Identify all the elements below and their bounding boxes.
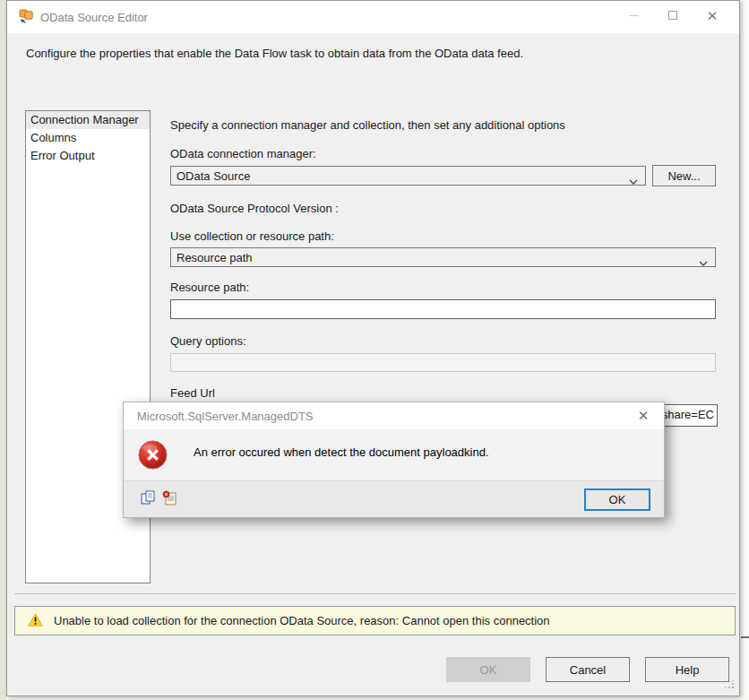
divider <box>14 593 736 594</box>
feed-url-label: Feed Url <box>170 386 215 400</box>
maximize-button[interactable] <box>653 1 693 30</box>
ok-button: OK <box>446 657 530 682</box>
window-title: OData Source Editor <box>40 11 148 24</box>
collection-mode-combobox[interactable]: Resource path <box>170 247 716 267</box>
close-icon: ✕ <box>707 9 719 22</box>
instruction-text: Specify a connection manager and collect… <box>170 118 565 132</box>
minimize-button[interactable] <box>614 1 653 30</box>
dialog-description: Configure the properties that enable the… <box>26 47 523 60</box>
error-message: An error occured when detect the documen… <box>194 445 489 459</box>
error-dialog-close-button[interactable]: ✕ <box>633 408 653 424</box>
error-dialog-ok-label: OK <box>609 493 626 506</box>
error-dialog-ok-button[interactable]: OK <box>584 488 650 511</box>
error-icon <box>137 439 168 473</box>
odata-source-editor-window: OData Source Editor ✕ Configure the prop… <box>6 0 740 696</box>
connection-manager-label: OData connection manager: <box>170 147 316 160</box>
app-icon <box>19 9 33 26</box>
chevron-down-icon <box>699 255 708 269</box>
copy-icon[interactable] <box>141 490 157 506</box>
minimize-icon <box>629 15 639 16</box>
close-button[interactable]: ✕ <box>693 1 732 30</box>
report-error-icon[interactable] <box>162 490 178 506</box>
sidebar-item-error-output[interactable]: Error Output <box>26 147 150 165</box>
new-connection-button[interactable]: New... <box>652 165 716 186</box>
resource-path-label: Resource path: <box>170 281 249 294</box>
sidebar-item-columns[interactable]: Columns <box>26 129 150 147</box>
background-window-edge <box>741 636 749 638</box>
query-options-input <box>170 353 716 372</box>
error-dialog-title: Microsoft.SqlServer.ManagedDTS <box>137 410 314 423</box>
connection-manager-value: OData Source <box>176 169 250 183</box>
collection-mode-value: Resource path <box>176 251 253 264</box>
sidebar-item-connection-manager[interactable]: Connection Manager <box>26 111 150 129</box>
error-dialog-footer: OK <box>124 480 664 517</box>
error-dialog: Microsoft.SqlServer.ManagedDTS ✕ An erro… <box>123 402 665 518</box>
error-dialog-body: An error occured when detect the documen… <box>124 429 664 480</box>
maximize-icon <box>668 11 677 20</box>
cancel-button-label: Cancel <box>570 663 606 677</box>
new-button-label: New... <box>667 169 700 183</box>
chevron-down-icon <box>629 174 638 187</box>
error-dialog-titlebar[interactable]: Microsoft.SqlServer.ManagedDTS ✕ <box>124 402 664 429</box>
connection-manager-combobox[interactable]: OData Source <box>170 166 646 186</box>
warning-text: Unable to load collection for the connec… <box>54 614 550 627</box>
resize-grip-icon[interactable] <box>724 678 735 692</box>
help-button[interactable]: Help <box>645 657 729 682</box>
query-options-label: Query options: <box>170 334 246 348</box>
protocol-version-label: OData Source Protocol Version : <box>170 202 339 215</box>
help-button-label: Help <box>676 663 700 677</box>
cancel-button[interactable]: Cancel <box>546 657 630 682</box>
warning-icon <box>28 613 43 629</box>
titlebar[interactable]: OData Source Editor ✕ <box>7 1 739 33</box>
ok-button-label: OK <box>480 663 497 677</box>
warning-bar: Unable to load collection for the connec… <box>14 606 736 635</box>
collection-mode-label: Use collection or resource path: <box>170 229 334 243</box>
desktop-background-strip <box>0 0 6 700</box>
resource-path-input[interactable] <box>170 299 716 319</box>
